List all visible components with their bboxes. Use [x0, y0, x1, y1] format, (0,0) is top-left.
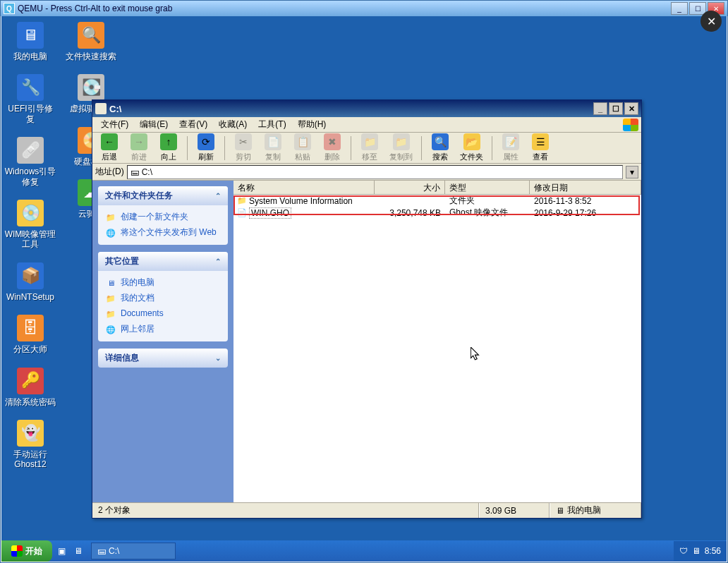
desktop-icon-2[interactable]: 🩹Widnows引导修复 — [4, 137, 56, 187]
panel-item[interactable]: 🌐网上邻居 — [105, 322, 221, 337]
panel-header[interactable]: 详细信息⌄ — [98, 349, 228, 368]
overlay-close-icon[interactable]: ✕ — [700, 11, 722, 32]
toolbar-separator — [492, 136, 492, 160]
qemu-minimize-button[interactable]: _ — [671, 2, 688, 15]
start-button[interactable]: 开始 — [1, 540, 52, 562]
desktop-icon-1[interactable]: 🔧UEFI引导修复 — [4, 74, 56, 124]
toolbar-label: 后退 — [102, 152, 117, 162]
explorer-controls: _ ☐ ✕ — [593, 102, 638, 115]
toolbar-文件夹-button[interactable]: 📂文件夹 — [456, 132, 487, 164]
system-tray[interactable]: 🛡 🖥 8:56 — [674, 541, 727, 561]
toolbar-icon: 🔍 — [432, 133, 449, 150]
panel-item-icon: 🌐 — [105, 324, 116, 335]
toolbar-刷新-button[interactable]: ⟳刷新 — [192, 132, 220, 164]
taskbar-task-explorer[interactable]: 🖴 C:\ — [91, 543, 176, 559]
file-row[interactable]: 📁System Volume Information 文件夹 2016-11-3… — [233, 195, 641, 207]
quicklaunch-desktop-icon[interactable]: 🖥 — [71, 543, 85, 559]
desktop-icon-6[interactable]: 🔑清除系统密码 — [4, 368, 56, 407]
desktop-icon-5[interactable]: 🗄分区大师 — [4, 315, 56, 354]
toolbar-粘贴-button: 📋粘贴 — [289, 132, 317, 164]
tray-icon-1[interactable]: 🛡 — [679, 546, 688, 556]
explorer-toolbar: ←后退→前进↑向上⟳刷新✂剪切📄复制📋粘贴✖删除📁移至📁复制到🔍搜索📂文件夹📝属… — [92, 133, 641, 164]
menu-item[interactable]: 工具(T) — [253, 117, 291, 132]
panel-item-icon: 📁 — [105, 293, 116, 304]
file-icon: 📄 — [236, 207, 248, 219]
start-label: 开始 — [25, 545, 42, 557]
panel-header[interactable]: 文件和文件夹任务⌃ — [98, 186, 228, 205]
panel-item[interactable]: 📁我的文档 — [105, 291, 221, 306]
panel-item-label: 我的文档 — [121, 293, 154, 304]
icon-label: 清除系统密码 — [5, 397, 56, 407]
toolbar-复制到-button: 📁复制到 — [385, 132, 417, 164]
desktop-icon-8[interactable]: 🔍文件快速搜索 — [65, 22, 117, 61]
address-label: 地址(D) — [95, 166, 124, 178]
toolbar-后退-button[interactable]: ←后退 — [95, 132, 123, 164]
side-panel: 其它位置⌃🖥我的电脑📁我的文档📁Documents🌐网上邻居 — [98, 252, 228, 341]
col-name[interactable]: 名称 — [233, 181, 375, 194]
panel-item-icon: 🌐 — [105, 227, 116, 238]
tray-icon-2[interactable]: 🖥 — [692, 546, 700, 556]
status-location: 🖥 我的电脑 — [550, 503, 641, 518]
panel-item-label: 网上邻居 — [121, 324, 154, 335]
toolbar-icon: 📂 — [463, 133, 480, 150]
address-input[interactable]: C:\ — [142, 167, 152, 177]
address-dropdown-button[interactable]: ▾ — [626, 166, 638, 178]
toolbar-属性-button: 📝属性 — [497, 132, 525, 164]
file-row[interactable]: 📄WIN.GHO 3,250,748 KB Ghost 映像文件 2016-9-… — [233, 207, 641, 219]
panel-item[interactable]: 📁Documents — [105, 306, 221, 322]
explorer-minimize-button[interactable]: _ — [593, 102, 607, 115]
quicklaunch-cmd-icon[interactable]: ▣ — [55, 543, 68, 559]
panel-item-label: 将这个文件夹发布到 Web — [121, 227, 217, 238]
toolbar-label: 移至 — [362, 152, 377, 162]
explorer-close-button[interactable]: ✕ — [624, 102, 638, 115]
windows-logo-icon — [11, 545, 23, 557]
panel-body: 🖥我的电脑📁我的文档📁Documents🌐网上邻居 — [98, 271, 228, 341]
qemu-title: QEMU - Press Ctrl-Alt to exit mouse grab — [18, 4, 671, 13]
menu-item[interactable]: 查看(V) — [174, 117, 213, 132]
menu-item[interactable]: 收藏(A) — [213, 117, 253, 132]
file-name: WIN.GHO — [249, 207, 291, 219]
menu-item[interactable]: 编辑(E) — [134, 117, 174, 132]
toolbar-label: 搜索 — [432, 152, 448, 162]
toolbar-查看-button[interactable]: ☰查看 — [526, 132, 554, 164]
file-name: System Volume Information — [249, 196, 353, 206]
toolbar-icon: 📝 — [502, 133, 519, 150]
desktop-icon-3[interactable]: 💿WIM映像管理工具 — [4, 200, 56, 250]
icon-label: 文件快速搜索 — [66, 52, 116, 61]
explorer-maximize-button[interactable]: ☐ — [609, 102, 623, 115]
desktop-icon-7[interactable]: 👻手动运行Ghost12 — [4, 420, 56, 470]
file-date: 2016-9-29 17:26 — [530, 208, 641, 218]
cursor-pointer-icon — [471, 347, 480, 361]
col-size[interactable]: 大小 — [375, 181, 445, 194]
col-date[interactable]: 修改日期 — [530, 181, 641, 194]
panel-item-icon: 📁 — [105, 308, 116, 320]
panel-item[interactable]: 🖥我的电脑 — [105, 275, 221, 291]
toolbar-icon: 📄 — [265, 133, 281, 150]
toolbar-label: 粘贴 — [295, 152, 310, 162]
toolbar-icon: ✖ — [324, 133, 341, 150]
toolbar-icon: ☰ — [532, 133, 549, 150]
desktop-icon-0[interactable]: 🖥我的电脑 — [4, 22, 56, 61]
menu-item[interactable]: 帮助(H) — [292, 117, 332, 132]
icon-label: UEFI引导修复 — [4, 104, 56, 124]
xp-desktop[interactable]: 🖥我的电脑🔧UEFI引导修复🩹Widnows引导修复💿WIM映像管理工具📦Win… — [1, 16, 727, 562]
col-type[interactable]: 类型 — [445, 181, 530, 194]
icon-glyph: 👻 — [17, 420, 44, 447]
panel-item[interactable]: 📁创建一个新文件夹 — [105, 210, 221, 225]
icon-glyph: 🩹 — [17, 137, 44, 164]
taskbar: 开始 ▣ 🖥 🖴 C:\ 🛡 🖥 8:56 — [1, 540, 727, 562]
panel-header[interactable]: 其它位置⌃ — [98, 252, 228, 271]
toolbar-separator — [187, 136, 188, 160]
icon-label: WinNTSetup — [6, 292, 54, 302]
toolbar-icon: → — [131, 133, 147, 150]
explorer-file-list[interactable]: 名称 大小 类型 修改日期 📁System Volume Information… — [233, 181, 641, 502]
toolbar-向上-button[interactable]: ↑向上 — [154, 132, 183, 164]
menu-item[interactable]: 文件(F) — [95, 117, 134, 132]
toolbar-搜索-button[interactable]: 🔍搜索 — [426, 132, 454, 164]
list-header[interactable]: 名称 大小 类型 修改日期 — [233, 181, 641, 195]
panel-item[interactable]: 🌐将这个文件夹发布到 Web — [105, 225, 221, 241]
explorer-titlebar[interactable]: C:\ _ ☐ ✕ — [92, 100, 641, 117]
icon-label: WIM映像管理工具 — [4, 229, 56, 250]
desktop-icon-4[interactable]: 📦WinNTSetup — [4, 262, 56, 302]
address-input-container[interactable]: 🖴 C:\ — [127, 165, 623, 179]
